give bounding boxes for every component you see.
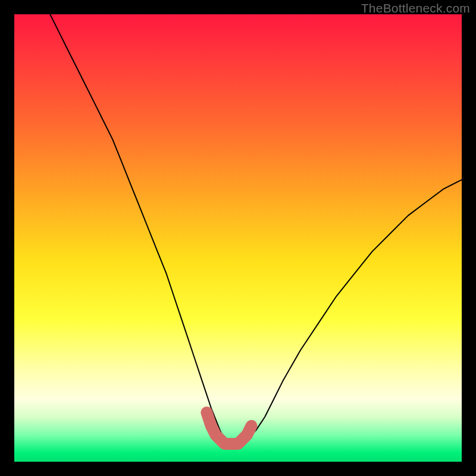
sweet-spot-highlight bbox=[206, 412, 251, 444]
bottleneck-curve bbox=[50, 14, 462, 444]
watermark-text: TheBottleneck.com bbox=[361, 1, 470, 15]
chart-canvas bbox=[14, 14, 462, 462]
chart-svg bbox=[14, 14, 462, 462]
